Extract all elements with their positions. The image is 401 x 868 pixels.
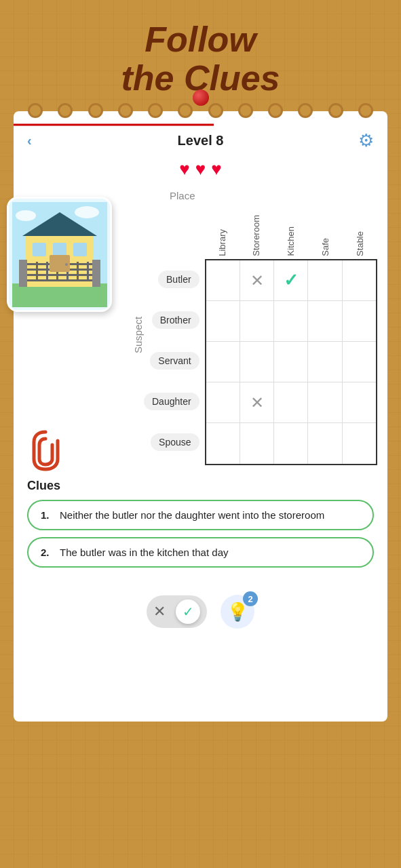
cell-brother-storeroom[interactable]: [240, 301, 274, 341]
clue-item-2: 2. The butler was in the kitchen that da…: [27, 537, 374, 568]
daughter-button[interactable]: Daughter: [144, 393, 199, 410]
place-label: Place: [170, 190, 377, 201]
x-mark: ✕: [250, 393, 264, 412]
cell-brother-kitchen[interactable]: [274, 301, 308, 341]
svg-rect-17: [87, 262, 89, 280]
cell-butler-safe[interactable]: [308, 260, 342, 300]
row-labels: Butler Brother Servant Daughter Spouse: [144, 205, 205, 465]
clues-title: Clues: [27, 479, 374, 493]
answer-toggle[interactable]: ✕ ✓: [147, 595, 207, 628]
hint-button[interactable]: 💡 2: [221, 595, 254, 629]
grid-row-brother: [206, 301, 376, 342]
grid-row-servant: [206, 342, 376, 382]
clue-text-2: The butler was in the kitchen that day: [60, 547, 228, 558]
grid-body: ✕ ✓: [205, 259, 377, 465]
cell-daughter-storeroom[interactable]: ✕: [240, 382, 274, 422]
grid-and-headers: Library Storeroom Kitchen Safe Stable: [205, 205, 377, 465]
svg-point-24: [75, 206, 99, 218]
paperclip-icon: [31, 429, 61, 475]
cell-spouse-kitchen[interactable]: [274, 423, 308, 464]
svg-rect-7: [92, 260, 100, 287]
cell-servant-kitchen[interactable]: [274, 342, 308, 382]
col-header-library: Library: [205, 205, 240, 259]
cell-servant-library[interactable]: [206, 342, 240, 382]
grid-row-spouse: [206, 423, 376, 464]
cell-spouse-storeroom[interactable]: [240, 423, 274, 464]
svg-rect-19: [53, 243, 66, 256]
cell-servant-safe[interactable]: [308, 342, 342, 382]
clue-item-1: 1. Neither the butler nor the daughter w…: [27, 500, 374, 530]
grid-wrapper: Suspect Butler Brother Servant: [129, 205, 377, 465]
suspect-row-butler: Butler: [144, 259, 205, 300]
grid-row-butler: ✕ ✓: [206, 260, 376, 301]
level-label: Level 8: [178, 133, 224, 149]
suspect-row-brother: Brother: [144, 300, 205, 340]
hint-count-badge: 2: [243, 591, 258, 606]
heart-3: ♥: [211, 159, 221, 180]
svg-rect-6: [19, 260, 27, 287]
cell-butler-kitchen[interactable]: ✓: [274, 260, 308, 300]
col-header-kitchen: Kitchen: [273, 205, 308, 259]
cell-servant-storeroom[interactable]: [240, 342, 274, 382]
cell-spouse-library[interactable]: [206, 423, 240, 464]
wrong-option[interactable]: ✕: [153, 603, 166, 620]
svg-rect-20: [73, 243, 87, 256]
house-card: [7, 197, 112, 312]
cell-daughter-library[interactable]: [206, 382, 240, 422]
left-panel: Suspect Butler Brother Servant: [129, 205, 205, 465]
svg-rect-13: [46, 262, 48, 280]
cell-spouse-stable[interactable]: [343, 423, 376, 464]
cell-brother-safe[interactable]: [308, 301, 342, 341]
cell-servant-stable[interactable]: [343, 342, 376, 382]
col-header-storeroom: Storeroom: [239, 205, 273, 259]
svg-rect-16: [77, 262, 79, 280]
col-label-safe: Safe: [320, 238, 330, 256]
cell-butler-storeroom[interactable]: ✕: [240, 260, 274, 300]
check-mark: ✓: [284, 270, 299, 291]
clue-text-1: Neither the butler nor the daughter went…: [60, 509, 324, 521]
col-label-kitchen: Kitchen: [286, 226, 296, 256]
cell-daughter-stable[interactable]: [343, 382, 376, 422]
cell-daughter-kitchen[interactable]: [274, 382, 308, 422]
col-label-library: Library: [217, 229, 227, 256]
col-label-stable: Stable: [355, 231, 365, 256]
brother-button[interactable]: Brother: [152, 311, 199, 329]
grid-row-daughter: ✕: [206, 382, 376, 423]
house-illustration: [9, 199, 110, 310]
column-headers: Library Storeroom Kitchen Safe Stable: [205, 205, 377, 259]
col-label-storeroom: Storeroom: [251, 215, 261, 256]
suspect-row-servant: Servant: [144, 340, 205, 381]
suspect-row-daughter: Daughter: [144, 381, 205, 422]
spouse-button[interactable]: Spouse: [151, 433, 199, 451]
suspect-vertical-label: Suspect: [129, 205, 144, 465]
svg-point-22: [65, 263, 68, 266]
suspect-row-spouse: Spouse: [144, 422, 205, 462]
bottom-controls: ✕ ✓ 💡 2: [14, 581, 387, 642]
correct-option[interactable]: ✓: [176, 599, 200, 624]
cell-butler-stable[interactable]: [343, 260, 376, 300]
heart-1: ♥: [179, 159, 189, 180]
svg-rect-12: [36, 262, 38, 280]
game-area: Place Suspect Butler Brother: [14, 183, 387, 472]
settings-icon[interactable]: ⚙: [358, 130, 374, 151]
heart-2: ♥: [195, 159, 206, 180]
cell-daughter-safe[interactable]: [308, 382, 342, 422]
cell-spouse-safe[interactable]: [308, 423, 342, 464]
spacer: [144, 205, 205, 259]
svg-point-23: [16, 210, 36, 221]
cell-butler-library[interactable]: [206, 260, 240, 300]
clue-number-2: 2.: [41, 547, 54, 558]
paper-container: ‹ Level 8 ⚙ ♥ ♥ ♥: [14, 111, 387, 722]
clue-number-1: 1.: [41, 509, 54, 521]
col-header-stable: Stable: [343, 205, 377, 259]
x-mark: ✕: [250, 271, 264, 290]
cell-brother-stable[interactable]: [343, 301, 376, 341]
back-button[interactable]: ‹: [27, 133, 32, 149]
svg-rect-18: [33, 243, 46, 256]
svg-rect-3: [12, 283, 107, 307]
cell-brother-library[interactable]: [206, 301, 240, 341]
butler-button[interactable]: Butler: [158, 271, 199, 288]
servant-button[interactable]: Servant: [150, 352, 199, 370]
red-string: [14, 113, 387, 133]
pushpin: [193, 90, 209, 106]
